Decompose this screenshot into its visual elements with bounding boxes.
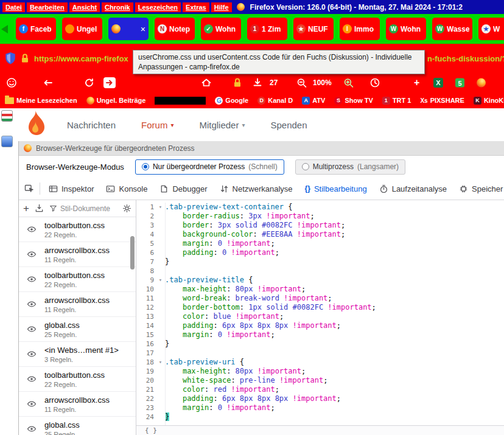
browser-tab[interactable]: fFaceb (16, 18, 56, 40)
filter-stylesheets-input[interactable]: Stil-Dokumente (49, 204, 110, 213)
devtools-titlebar[interactable]: Browser-Werkzeuge für übergeordneten Pro… (19, 141, 504, 156)
visibility-eye-icon[interactable] (27, 324, 37, 334)
devtools-tab-console[interactable]: Konsole (100, 178, 153, 200)
code-line[interactable]: 12 border-bottom: 1px solid #0082FC !imp… (136, 303, 504, 312)
node-picker-icon[interactable] (19, 184, 40, 193)
code-line[interactable]: 3 border: 3px solid #0082FC !important; (136, 221, 504, 230)
devtools-tab-performance[interactable]: Laufzeitanalyse (373, 178, 453, 200)
zoom-level[interactable]: 100% (313, 78, 332, 87)
visibility-eye-icon[interactable] (27, 274, 37, 284)
menu-chronik[interactable]: Chronik (102, 2, 133, 12)
code-line[interactable]: 10 max-height: 80px !important; (136, 285, 504, 294)
tracking-shield-icon[interactable] (5, 52, 16, 64)
forward-button[interactable] (103, 77, 116, 88)
tab-scroll-left-icon[interactable] (1, 25, 8, 33)
zoom-out-icon[interactable] (296, 78, 307, 88)
url-text[interactable]: https://www.camp-firefox (34, 54, 128, 63)
mode-option-multiprocess[interactable]: Multiprozess (Langsamer) (295, 159, 405, 175)
bookmark-atv[interactable]: AATV (302, 97, 325, 105)
desktop-icon-2[interactable] (1, 136, 13, 147)
devtools-tab-styleeditor[interactable]: {}Stilbearbeitung (299, 178, 373, 200)
import-stylesheet-icon[interactable] (35, 204, 44, 213)
stylesheet-item[interactable]: global.css25 Regeln. (19, 317, 136, 342)
media-sidebar-toggle[interactable]: { } (145, 426, 157, 434)
code-line[interactable]: 5 margin: 0 !important; (136, 239, 504, 248)
bookmark-kinokiste[interactable]: KKinoKiste (474, 97, 504, 105)
code-line[interactable]: 21 color: red !important; (136, 385, 504, 394)
code-line[interactable]: 8 (136, 266, 504, 276)
visibility-eye-icon[interactable] (27, 399, 37, 409)
devtools-tab-debugger[interactable]: Debugger (153, 178, 213, 200)
visibility-eye-icon[interactable] (27, 224, 37, 234)
home-button[interactable] (201, 77, 212, 88)
code-line[interactable]: 15 margin: 0 !important; (136, 330, 504, 339)
visibility-eye-icon[interactable] (27, 349, 37, 359)
code-line[interactable]: 13 color: blue !important; (136, 312, 504, 321)
code-line[interactable]: 18▾.tab-preview-uri { (136, 358, 504, 367)
tab-close-icon[interactable]: × (141, 24, 145, 34)
downloads-button[interactable] (252, 77, 263, 88)
visibility-eye-icon[interactable] (27, 249, 37, 259)
menu-datei[interactable]: Datei (2, 2, 25, 12)
menu-bearbeiten[interactable]: Bearbeiten (27, 2, 68, 12)
devtools-tab-network[interactable]: Netzwerkanalyse (214, 178, 299, 200)
excel-icon[interactable]: X (433, 78, 443, 88)
visibility-eye-icon[interactable] (27, 424, 37, 434)
stylesheet-item[interactable]: arrowscrollbox.css11 Regeln. (19, 242, 136, 267)
site-nav-mitglieder[interactable]: Mitglieder▾ (199, 120, 245, 130)
mode-option-parent-process[interactable]: Nur übergeordneter Prozess (Schnell) (135, 159, 284, 175)
visibility-eye-icon[interactable] (27, 374, 37, 384)
stylesheet-item[interactable]: arrowscrollbox.css11 Regeln. (19, 392, 136, 417)
lock-icon[interactable] (21, 54, 29, 63)
devtools-tab-inspector[interactable]: Inspektor (43, 178, 100, 200)
stylesheet-item[interactable]: <in Webs…ment #1>3 Regeln. (19, 342, 136, 367)
browser-tab[interactable]: IImmo (340, 18, 380, 40)
browser-tab[interactable]: ✓Wohn (201, 18, 241, 40)
history-clock-icon[interactable] (369, 77, 380, 88)
back-button[interactable] (43, 77, 54, 88)
code-line[interactable]: 22 padding: 6px 8px 8px 8px !important; (136, 394, 504, 403)
code-line[interactable]: 7} (136, 257, 504, 266)
browser-tab-active[interactable]: × (108, 18, 149, 40)
browser-tab[interactable]: NNotep (155, 18, 195, 40)
bookmark-meine-lesezeichen[interactable]: Meine Lesezeichen (5, 97, 77, 104)
smiley-icon[interactable] (6, 77, 17, 88)
code-line[interactable]: 6 padding: 0 !important; (136, 248, 504, 257)
stylesheet-item[interactable]: toolbarbutton.css22 Regeln. (19, 217, 136, 242)
code-line[interactable]: 4 background-color: #EEE8AA !important; (136, 230, 504, 239)
bookmark-trt-1[interactable]: 1TRT 1 (382, 97, 411, 105)
stylesheet-item[interactable]: toolbarbutton.css22 Regeln. (19, 267, 136, 292)
menu-ansicht[interactable]: Ansicht (69, 2, 100, 12)
firefox-icon[interactable] (477, 78, 486, 88)
desktop-icon-1[interactable] (1, 110, 13, 122)
visibility-eye-icon[interactable] (27, 299, 37, 309)
reload-button[interactable] (84, 77, 95, 88)
bookmark-ungel-beitr-ge[interactable]: Ungel. Beiträge (86, 97, 146, 105)
zoom-in-icon[interactable] (343, 78, 354, 88)
code-line[interactable]: 2 border-radius: 3px !important; (136, 212, 504, 221)
bookmark-kanal-d[interactable]: DKanal D (257, 97, 293, 105)
new-tab-button[interactable]: + (414, 78, 419, 88)
code-line[interactable]: 9▾.tab-preview-title { (136, 276, 504, 285)
browser-tab[interactable]: ★NEUF (293, 18, 334, 40)
devtools-tab-memory[interactable]: Speicher (453, 178, 504, 200)
fold-marker-icon[interactable]: ▾ (156, 358, 165, 367)
menu-lesezeichen[interactable]: Lesezeichen (135, 2, 181, 12)
code-editor[interactable]: 1▾.tab-preview-text-container {2 border-… (136, 200, 504, 435)
stylesheet-item[interactable]: toolbarbutton.css22 Regeln. (19, 367, 136, 392)
browser-tab[interactable]: Ungel (62, 18, 102, 40)
bookmark-redacted[interactable] (155, 97, 206, 105)
fold-marker-icon[interactable]: ▾ (156, 203, 165, 212)
stylesheet-item[interactable]: arrowscrollbox.css11 Regeln. (19, 292, 136, 317)
fold-marker-icon[interactable]: ▾ (156, 276, 165, 285)
code-line[interactable]: 1▾.tab-preview-text-container { (136, 203, 504, 212)
stylesheet-item[interactable]: global.css25 Regeln. (19, 417, 136, 435)
bookmark-pixshare[interactable]: XsPIXSHARE (420, 97, 464, 105)
site-nav-nachrichten[interactable]: Nachrichten (67, 120, 116, 130)
browser-tab[interactable]: 11 Zim (247, 18, 287, 40)
browser-tab[interactable]: WWohn (386, 18, 426, 40)
settings-gear-icon[interactable] (122, 204, 131, 213)
lock-icon[interactable] (233, 78, 242, 88)
code-line[interactable]: 17 (136, 349, 504, 358)
bookmark-show-tv[interactable]: SShow TV (334, 97, 373, 105)
